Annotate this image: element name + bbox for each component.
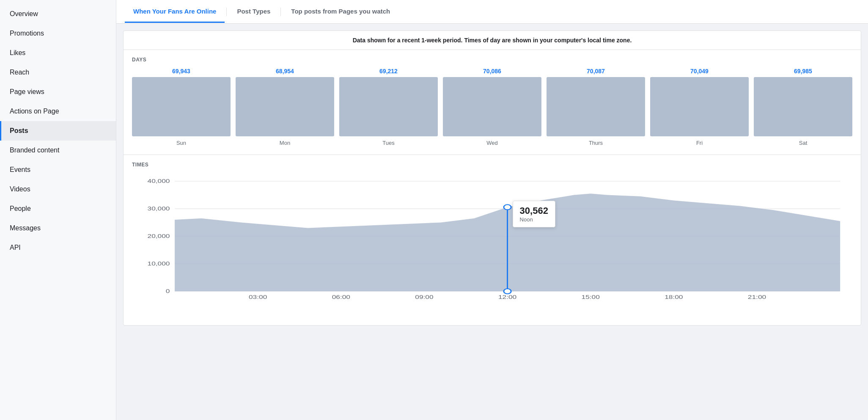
sidebar-item-people[interactable]: People [0, 199, 116, 218]
day-value: 69,943 [172, 68, 190, 75]
days-section: DAYS 69,943Sun68,954Mon69,212Tues70,086W… [124, 50, 861, 155]
day-bar [236, 77, 334, 136]
times-section: TIMES 010,00020,00030,00040,00003:0006:0… [124, 155, 861, 325]
svg-text:10,000: 10,000 [148, 261, 170, 267]
day-bar [339, 77, 438, 136]
day-bar [754, 77, 852, 136]
day-label: Sat [799, 140, 808, 146]
svg-text:20,000: 20,000 [148, 234, 170, 239]
sidebar-item-videos[interactable]: Videos [0, 180, 116, 199]
day-bar [443, 77, 541, 136]
days-chart: 69,943Sun68,954Mon69,212Tues70,086Wed70,… [132, 68, 852, 146]
sidebar-item-likes[interactable]: Likes [0, 43, 116, 63]
day-value: 70,087 [587, 68, 605, 75]
day-label: Fri [696, 140, 703, 146]
day-label: Tues [382, 140, 394, 146]
tab-top-posts[interactable]: Top posts from Pages you watch [283, 1, 398, 23]
day-col-mon: 68,954Mon [236, 68, 334, 146]
svg-text:0: 0 [166, 289, 170, 294]
tab-divider-2 [280, 8, 281, 16]
sidebar: OverviewPromotionsLikesReachPage viewsAc… [0, 0, 116, 420]
info-banner: Data shown for a recent 1-week period. T… [124, 31, 861, 50]
day-col-fri: 70,049Fri [650, 68, 749, 146]
day-label: Sun [176, 140, 186, 146]
times-chart-wrapper: 010,00020,00030,00040,00003:0006:0009:00… [132, 173, 852, 317]
day-value: 68,954 [276, 68, 294, 75]
day-col-sun: 69,943Sun [132, 68, 231, 146]
day-value: 69,212 [379, 68, 398, 75]
svg-text:40,000: 40,000 [148, 179, 170, 184]
day-bar [547, 77, 645, 136]
day-bar [132, 77, 231, 136]
tab-divider-1 [226, 8, 227, 16]
svg-text:12:00: 12:00 [498, 295, 516, 300]
svg-text:15:00: 15:00 [582, 295, 600, 300]
svg-point-20 [504, 289, 511, 294]
svg-text:09:00: 09:00 [415, 295, 433, 300]
day-col-tues: 69,212Tues [339, 68, 438, 146]
tabs-bar: When Your Fans Are OnlinePost TypesTop p… [116, 0, 868, 24]
day-label: Thurs [589, 140, 603, 146]
svg-text:18:00: 18:00 [665, 295, 683, 300]
day-col-wed: 70,086Wed [443, 68, 541, 146]
svg-point-19 [504, 204, 511, 210]
svg-text:03:00: 03:00 [249, 295, 267, 300]
sidebar-item-events[interactable]: Events [0, 160, 116, 180]
sidebar-item-reach[interactable]: Reach [0, 63, 116, 82]
day-value: 70,086 [483, 68, 501, 75]
sidebar-item-actions-on-page[interactable]: Actions on Page [0, 102, 116, 121]
day-value: 70,049 [690, 68, 709, 75]
main-content: When Your Fans Are OnlinePost TypesTop p… [116, 0, 868, 420]
svg-text:06:00: 06:00 [332, 295, 350, 300]
sidebar-item-branded-content[interactable]: Branded content [0, 141, 116, 160]
day-label: Mon [280, 140, 290, 146]
sidebar-item-page-views[interactable]: Page views [0, 82, 116, 102]
times-chart-svg: 010,00020,00030,00040,00003:0006:0009:00… [132, 173, 852, 317]
days-section-label: DAYS [132, 57, 852, 63]
sidebar-item-messages[interactable]: Messages [0, 218, 116, 238]
sidebar-item-promotions[interactable]: Promotions [0, 24, 116, 43]
tab-when-fans-online[interactable]: When Your Fans Are Online [125, 1, 225, 23]
tab-post-types[interactable]: Post Types [228, 1, 279, 23]
day-bar [650, 77, 749, 136]
sidebar-item-api[interactable]: API [0, 238, 116, 257]
content-panel: Data shown for a recent 1-week period. T… [123, 30, 861, 326]
svg-text:21:00: 21:00 [748, 295, 766, 300]
day-col-sat: 69,985Sat [754, 68, 852, 146]
svg-text:30,000: 30,000 [148, 206, 170, 212]
day-col-thurs: 70,087Thurs [547, 68, 645, 146]
sidebar-item-posts[interactable]: Posts [0, 121, 116, 141]
times-section-label: TIMES [132, 162, 852, 168]
day-label: Wed [486, 140, 498, 146]
day-value: 69,985 [794, 68, 812, 75]
sidebar-item-overview[interactable]: Overview [0, 4, 116, 24]
